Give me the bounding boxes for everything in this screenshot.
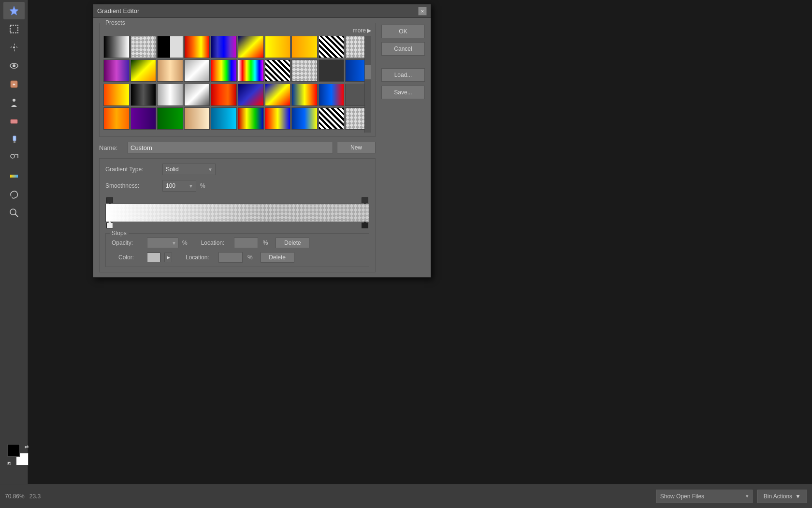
- lasso-tool[interactable]: [3, 186, 25, 203]
- preset-item[interactable]: [184, 60, 210, 82]
- bin-actions-button[interactable]: Bin Actions ▼: [757, 490, 807, 503]
- scrollbar-thumb[interactable]: [365, 65, 371, 79]
- preset-item[interactable]: [265, 36, 291, 58]
- zoom-status: 70.86%: [5, 493, 25, 500]
- paint-tool[interactable]: [3, 131, 25, 148]
- more-link[interactable]: more ▶: [353, 27, 371, 34]
- color-row: Color: ▶ Location: % Delete: [112, 252, 363, 263]
- svg-marker-2: [14, 43, 15, 47]
- show-open-files-wrapper: Show Open Files ▼: [656, 490, 753, 503]
- preset-item[interactable]: [291, 84, 318, 106]
- preset-item[interactable]: [211, 36, 237, 58]
- presets-scrollbar[interactable]: [364, 36, 371, 133]
- name-input[interactable]: [127, 142, 333, 153]
- default-colors-icon[interactable]: ◩: [7, 461, 11, 465]
- preset-item[interactable]: [157, 107, 183, 130]
- preset-item[interactable]: [130, 60, 157, 82]
- preset-item[interactable]: [130, 84, 157, 106]
- save-button[interactable]: Save...: [381, 86, 425, 99]
- select-tool[interactable]: [3, 20, 25, 38]
- preset-item[interactable]: [184, 36, 210, 58]
- stops-section: Stops Opacity: ▼ % Location:: [105, 233, 369, 267]
- color-stop-right[interactable]: [362, 223, 368, 228]
- preset-item[interactable]: [211, 84, 237, 106]
- zoom-tool[interactable]: [3, 204, 25, 222]
- preset-item[interactable]: [291, 36, 318, 58]
- move-tool[interactable]: [3, 39, 25, 56]
- preset-item[interactable]: [157, 36, 183, 58]
- preset-item[interactable]: [184, 107, 210, 130]
- star-tool[interactable]: [3, 2, 25, 19]
- opacity-select[interactable]: [147, 238, 178, 248]
- heal-tool[interactable]: +: [3, 75, 25, 93]
- preset-item[interactable]: [103, 107, 130, 130]
- opacity-stop-right[interactable]: [362, 197, 368, 203]
- gradient-type-select[interactable]: Solid Noise: [162, 164, 216, 175]
- preset-item[interactable]: [211, 107, 237, 130]
- color-delete-button[interactable]: Delete: [261, 252, 294, 263]
- svg-rect-12: [11, 120, 17, 123]
- preset-item[interactable]: [291, 60, 318, 82]
- color-stop-left[interactable]: [106, 223, 113, 228]
- preset-item[interactable]: [319, 60, 345, 82]
- erase-tool[interactable]: [3, 112, 25, 130]
- gradient-tool[interactable]: [3, 167, 25, 185]
- opacity-stop-left[interactable]: [106, 197, 113, 203]
- preset-item[interactable]: [157, 60, 183, 82]
- preset-item[interactable]: [157, 84, 183, 106]
- preset-item[interactable]: [238, 60, 264, 82]
- preset-item[interactable]: [238, 107, 264, 130]
- color-label: Color:: [112, 254, 143, 261]
- preset-item[interactable]: [130, 36, 157, 58]
- presets-grid: [103, 36, 371, 130]
- color-location-input[interactable]: [218, 252, 243, 263]
- new-button[interactable]: New: [337, 142, 376, 153]
- show-open-files-select[interactable]: Show Open Files: [656, 490, 753, 503]
- opacity-location-input[interactable]: [234, 238, 258, 248]
- svg-rect-13: [13, 136, 16, 141]
- svg-marker-3: [14, 48, 15, 52]
- swap-colors-icon[interactable]: ⇄: [25, 444, 29, 449]
- preset-item[interactable]: [103, 36, 130, 58]
- smoothness-select-wrapper: 100 75 50 25 ▼: [162, 180, 196, 192]
- preset-item[interactable]: [265, 60, 291, 82]
- preset-item[interactable]: [103, 84, 130, 106]
- presets-label: Presets: [103, 19, 127, 26]
- preset-item[interactable]: [319, 107, 345, 130]
- preset-item[interactable]: [238, 36, 264, 58]
- color-location-label: Location:: [186, 254, 215, 261]
- smoothness-percent-label: %: [200, 182, 205, 189]
- close-button[interactable]: ×: [418, 7, 427, 15]
- preset-item[interactable]: [319, 84, 345, 106]
- ok-button[interactable]: OK: [381, 25, 425, 38]
- dialog-main: Presets more ▶: [99, 23, 376, 272]
- preset-item[interactable]: [130, 107, 157, 130]
- eye-tool[interactable]: [3, 57, 25, 75]
- preset-item[interactable]: [319, 36, 345, 58]
- svg-point-11: [13, 99, 15, 102]
- smoothness-select[interactable]: 100 75 50 25: [162, 180, 196, 192]
- preset-item[interactable]: [291, 107, 318, 130]
- opacity-percent-label: %: [182, 239, 188, 246]
- preset-item[interactable]: [265, 107, 291, 130]
- load-button[interactable]: Load...: [381, 68, 425, 82]
- preset-item[interactable]: [184, 84, 210, 106]
- color-swatch[interactable]: [147, 253, 160, 262]
- preset-item[interactable]: [211, 60, 237, 82]
- cancel-button[interactable]: Cancel: [381, 42, 425, 56]
- preset-item[interactable]: [265, 84, 291, 106]
- preset-item[interactable]: [103, 60, 130, 82]
- opacity-delete-button[interactable]: Delete: [276, 238, 309, 248]
- opacity-row: Opacity: ▼ % Location: % Delete: [112, 238, 363, 248]
- preset-item[interactable]: [238, 84, 264, 106]
- gradient-bar[interactable]: [105, 204, 369, 222]
- svg-point-15: [11, 154, 14, 158]
- left-toolbar: +: [0, 0, 28, 508]
- person-tool[interactable]: [3, 94, 25, 111]
- clone-tool[interactable]: [3, 149, 25, 166]
- color-arrow-btn[interactable]: ▶: [164, 253, 172, 262]
- svg-line-20: [15, 214, 18, 217]
- foreground-color[interactable]: [7, 444, 20, 457]
- smoothness-row: Smoothness: 100 75 50 25 ▼ %: [105, 180, 369, 192]
- color-location-percent: %: [247, 254, 253, 261]
